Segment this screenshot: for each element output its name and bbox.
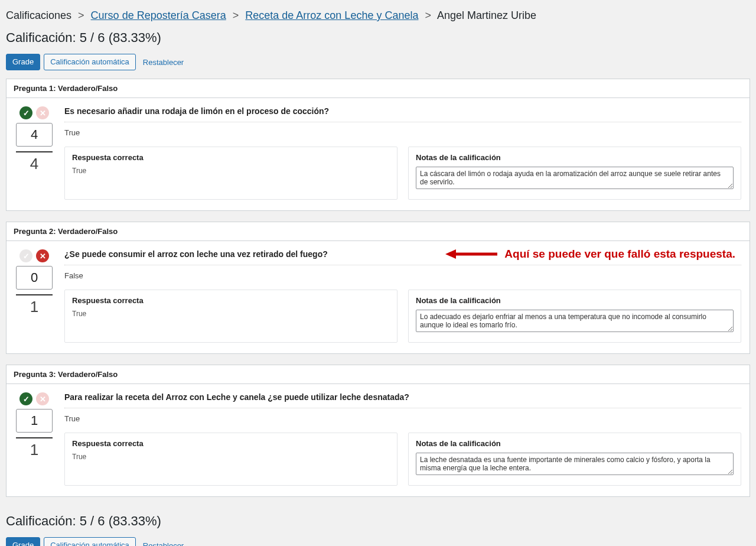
correct-answer-label: Respuesta correcta [72,153,390,162]
question-header: Pregunta 3: Verdadero/Falso [6,365,750,384]
score-column: ✓ ✕ 1 [15,392,54,486]
grade-button[interactable]: Grade [6,537,40,546]
breadcrumb-course-link[interactable]: Curso de Repostería Casera [91,9,226,21]
correct-answer-box: Respuesta correcta True [64,433,397,486]
breadcrumb-recipe-link[interactable]: Receta de Arroz con Leche y Canela [245,9,418,21]
auto-grade-button[interactable]: Calificación automática [44,54,136,70]
grade-notes-label: Notas de la calificación [416,153,734,162]
question-header: Pregunta 1: Verdadero/Falso [6,79,750,98]
grade-notes-label: Notas de la calificación [416,296,734,305]
grade-notes-box: Notas de la calificación Lo adecuado es … [408,290,741,343]
reset-button[interactable]: Restablecer [139,539,187,547]
mark-correct-icon[interactable]: ✓ [19,392,32,405]
correct-answer-value: True [72,167,390,175]
bottom-button-row: Grade Calificación automática Restablece… [6,537,750,546]
question-text: Para realizar la receta del Arroz con Le… [64,392,741,408]
score-denominator: 1 [15,441,54,459]
score-divider [16,294,53,295]
grade-notes-box: Notas de la calificación La cáscara del … [408,147,741,200]
score-input[interactable] [16,123,53,147]
grade-notes-textarea[interactable]: Lo adecuado es dejarlo enfriar al menos … [416,310,734,332]
mark-incorrect-icon[interactable]: ✕ [36,392,49,405]
student-answer: False [64,265,741,290]
score-column: ✓ ✕ 1 [15,249,54,343]
correct-answer-box: Respuesta correcta True [64,147,397,200]
grade-notes-label: Notas de la calificación [416,439,734,448]
correct-answer-box: Respuesta correcta True [64,290,397,343]
mark-correct-icon[interactable]: ✓ [19,249,32,262]
score-divider [16,151,53,152]
score-denominator: 4 [15,155,54,173]
question-panel: Pregunta 1: Verdadero/Falso ✓ ✕ 4 Es nec… [6,79,750,211]
student-answer: True [64,408,741,433]
mark-incorrect-icon[interactable]: ✕ [36,249,49,262]
question-panel: Pregunta 2: Verdadero/Falso ✓ ✕ 1 Aquí s… [6,222,750,354]
score-divider [16,437,53,438]
correct-answer-value: True [72,453,390,461]
correct-answer-label: Respuesta correcta [72,296,390,305]
score-denominator: 1 [15,298,54,316]
top-button-row: Grade Calificación automática Restablece… [6,54,750,70]
mark-incorrect-icon[interactable]: ✕ [36,106,49,119]
auto-grade-button[interactable]: Calificación automática [44,537,136,546]
grade-summary-bottom: Calificación: 5 / 6 (83.33%) [6,508,750,537]
breadcrumb-student: Angel Martinez Uribe [437,9,536,21]
reset-button[interactable]: Restablecer [139,56,187,69]
breadcrumb-sep: > [74,9,88,21]
question-panel: Pregunta 3: Verdadero/Falso ✓ ✕ 1 Para r… [6,365,750,497]
grade-notes-textarea[interactable]: La leche desnatada es una fuente importa… [416,453,734,475]
correct-answer-label: Respuesta correcta [72,439,390,448]
correct-answer-value: True [72,310,390,318]
score-input[interactable] [16,266,53,290]
grade-summary-top: Calificación: 5 / 6 (83.33%) [6,24,750,54]
grade-notes-textarea[interactable]: La cáscara del limón o rodaja ayuda en l… [416,167,734,189]
question-header: Pregunta 2: Verdadero/Falso [6,222,750,241]
grade-button[interactable]: Grade [6,54,40,70]
grade-notes-box: Notas de la calificación La leche desnat… [408,433,741,486]
breadcrumb-sep: > [229,9,243,21]
breadcrumb: Calificaciones > Curso de Repostería Cas… [6,6,750,24]
question-text: ¿Se puede consumir el arroz con leche un… [64,249,741,265]
score-input[interactable] [16,409,53,433]
mark-correct-icon[interactable]: ✓ [19,106,32,119]
breadcrumb-sep: > [421,9,435,21]
breadcrumb-root: Calificaciones [6,9,71,21]
question-text: Es necesario añadir una rodaja de limón … [64,106,741,122]
score-column: ✓ ✕ 4 [15,106,54,200]
student-answer: True [64,122,741,147]
